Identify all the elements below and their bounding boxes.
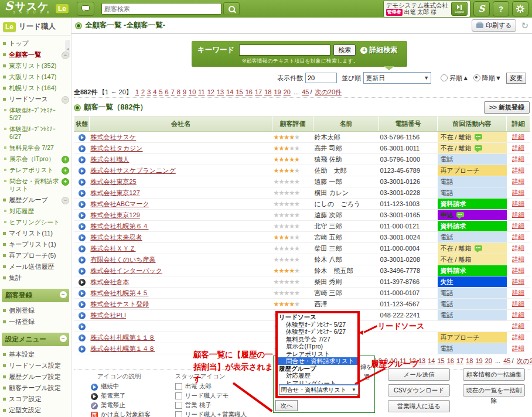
action-button[interactable]: 現在の一覧を一括削除 xyxy=(463,384,525,397)
page-link[interactable]: 9 xyxy=(183,88,186,95)
company-link[interactable]: 株式会社テスト登録 xyxy=(91,300,149,307)
ascending-radio[interactable] xyxy=(441,74,448,81)
company-link[interactable]: 株式会社東京25 xyxy=(91,178,137,185)
sidebar-item[interactable]: リードソース設定 xyxy=(0,360,71,371)
staff-checkbox[interactable] xyxy=(175,411,182,417)
page-link[interactable]: 13 xyxy=(418,357,425,364)
page-link[interactable]: 16 xyxy=(447,357,454,364)
detail-link[interactable]: 詳細 xyxy=(512,300,524,307)
keyword-search-button[interactable]: 検索 xyxy=(333,45,356,56)
sidebar-item[interactable]: 対応履歴 xyxy=(0,206,71,217)
sidebar-item[interactable]: 問合せ・資料請求リスト+ xyxy=(0,176,71,194)
sidebar-item[interactable]: 無料見学会 7/27 xyxy=(0,142,71,153)
detail-link[interactable]: 詳細 xyxy=(512,222,524,229)
detail-link[interactable]: 詳細 xyxy=(512,344,524,351)
sidebar-item[interactable]: トップ xyxy=(0,38,71,49)
collapse-icon[interactable]: − xyxy=(62,197,69,204)
apply-sort-button[interactable]: 変更 xyxy=(506,73,526,84)
company-link[interactable]: 株式会社サスケプランニング xyxy=(91,167,176,174)
refresh-icon[interactable]: ↻ xyxy=(521,20,528,31)
company-link[interactable]: 有限会社くのいち産業 xyxy=(91,256,156,263)
sidebar-item[interactable]: メール送信履歴 xyxy=(0,261,71,272)
company-link[interactable]: 株式会社職人 xyxy=(91,156,129,163)
dropdown-option[interactable]: 対応履歴 xyxy=(278,372,357,380)
sidebar-section-header[interactable]: 設定メニュー− xyxy=(2,333,69,346)
sidebar-section-header[interactable]: 顧客登録− xyxy=(2,289,69,302)
next-page-link[interactable]: 次の20件 xyxy=(315,88,342,95)
detail-link[interactable]: 詳細 xyxy=(512,166,524,173)
settings-button[interactable] xyxy=(512,1,528,16)
page-link[interactable]: 17 xyxy=(456,357,463,364)
dropdown-option[interactable]: 体験型ｵｰﾌﾟﾝｾﾐﾅｰ 6/27 xyxy=(278,328,357,336)
detail-link[interactable]: 詳細 xyxy=(512,200,524,207)
collapse-icon[interactable]: − xyxy=(62,96,69,104)
sidebar-item[interactable]: 大阪リスト(147) xyxy=(0,71,71,83)
detail-link[interactable]: 詳細 xyxy=(512,289,524,296)
sidebar-item[interactable]: 履歴グループ設定 xyxy=(0,371,71,382)
keyword-input[interactable] xyxy=(239,45,330,56)
detail-link[interactable]: 詳細 xyxy=(512,177,524,184)
detail-link[interactable]: 詳細 xyxy=(512,244,524,251)
page-link[interactable]: 8 xyxy=(177,88,180,95)
page-link[interactable]: 2 xyxy=(141,88,145,95)
company-link[interactable]: 株式会社ＸＹＺ xyxy=(91,245,136,252)
action-button[interactable]: CSVダウンロード xyxy=(388,384,450,397)
expand-icon[interactable]: + xyxy=(62,178,69,186)
advanced-search-button[interactable]: + 詳細検索 xyxy=(360,45,397,55)
company-link[interactable]: 株式会社倉本 xyxy=(91,278,129,285)
company-link[interactable]: 株式会社札幌第４５ xyxy=(91,289,149,296)
sidebar-item[interactable]: 集計 xyxy=(0,272,71,283)
new-register-button[interactable]: >> 新規登録 xyxy=(484,101,530,114)
action-button[interactable]: メール送信 xyxy=(388,368,450,381)
dropdown-option[interactable]: テレアポリスト xyxy=(278,350,357,358)
page-link[interactable]: 7 xyxy=(171,88,175,95)
page-link[interactable]: 16 xyxy=(245,88,253,95)
next-button[interactable]: 次へ xyxy=(275,400,298,411)
expand-icon[interactable]: + xyxy=(62,156,69,163)
company-link[interactable]: 株式会社札幌第１４８ xyxy=(91,345,155,352)
collapse-icon[interactable]: − xyxy=(62,52,69,59)
last-page-link[interactable]: 45 xyxy=(302,88,309,95)
descending-radio[interactable] xyxy=(473,74,480,81)
chat-button[interactable] xyxy=(77,2,94,16)
page-link[interactable]: 19 xyxy=(475,357,482,364)
page-link[interactable]: 15 xyxy=(236,88,243,95)
action-button[interactable]: 営業職人に送る xyxy=(388,400,450,412)
page-link[interactable]: 13 xyxy=(217,88,224,95)
page-link[interactable]: 15 xyxy=(437,357,444,364)
sidebar-item[interactable]: テレアポリスト+ xyxy=(0,165,71,176)
page-link[interactable]: 18 xyxy=(264,88,271,95)
sidebar-item[interactable]: マイリスト(11) xyxy=(0,228,71,239)
company-link[interactable]: 株式会社未来忍者 xyxy=(91,234,142,241)
detail-link[interactable]: 詳細 xyxy=(512,133,524,140)
sidebar-item[interactable]: 東京リスト(352) xyxy=(0,60,71,71)
company-link[interactable]: 株式会社PLI xyxy=(91,312,127,319)
detail-link[interactable]: 詳細 xyxy=(512,155,524,162)
page-link[interactable]: 20 xyxy=(485,357,492,364)
detail-link[interactable]: 詳細 xyxy=(512,333,524,340)
company-link[interactable]: 株式会社ABCマーク xyxy=(91,200,149,207)
dropdown-option[interactable]: 体験型ｵｰﾌﾟﾝｾﾐﾅｰ 5/27 xyxy=(278,321,357,329)
page-link[interactable]: 14 xyxy=(428,357,435,364)
staff-checkbox[interactable] xyxy=(175,392,182,399)
staff-checkbox[interactable] xyxy=(175,383,182,390)
logout-button[interactable]: Logout xyxy=(451,2,468,16)
company-link[interactable]: 株式会社札幌第６４ xyxy=(91,223,149,230)
history-group-select[interactable]: 問合せ・資料請求リスト▼ xyxy=(279,384,359,395)
sidebar-item[interactable]: 札幌リスト(164) xyxy=(0,83,71,94)
page-link[interactable]: 10 xyxy=(189,88,196,95)
page-link[interactable]: 3 xyxy=(147,88,151,95)
collapse-icon[interactable]: − xyxy=(60,291,67,298)
company-link[interactable]: 株式会社東京129 xyxy=(91,211,140,218)
page-link[interactable]: 14 xyxy=(226,88,233,95)
sidebar-item[interactable]: 顧客テーブル設定 xyxy=(0,382,71,394)
sidebar-item[interactable]: 個別登録 xyxy=(0,305,71,316)
sidebar-item[interactable]: リードソース− xyxy=(0,94,71,105)
collapse-icon[interactable]: − xyxy=(60,335,67,342)
company-link[interactable]: 株式会社サスケ xyxy=(91,134,137,141)
dropdown-option[interactable]: 展示会(ITpro) xyxy=(278,343,357,350)
detail-link[interactable]: 詳細 xyxy=(512,255,524,262)
page-link[interactable]: 4 xyxy=(153,88,156,95)
page-link[interactable]: 11 xyxy=(198,88,204,95)
global-search-button[interactable] xyxy=(223,2,240,15)
